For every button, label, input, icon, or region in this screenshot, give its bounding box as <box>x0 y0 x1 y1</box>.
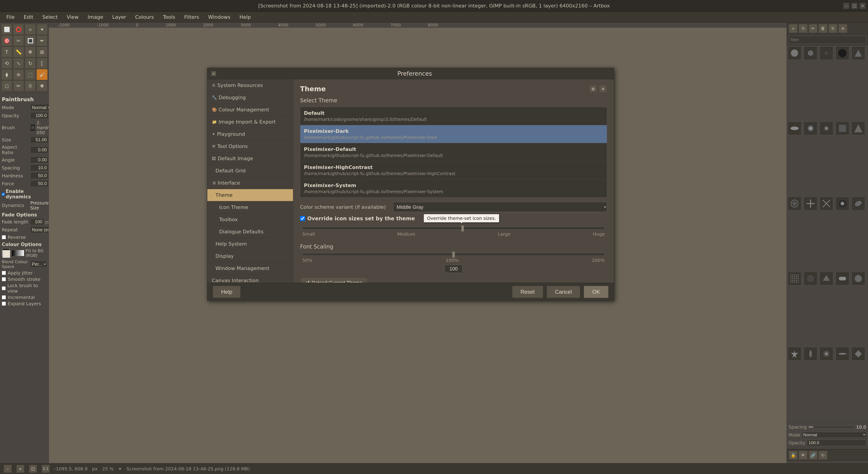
brushes-spacing-track[interactable] <box>809 426 855 428</box>
brushes-edit-btn[interactable]: ✏ <box>809 24 817 33</box>
tool-eraser[interactable]: ◻ <box>1 80 12 91</box>
brush-cell-12[interactable] <box>804 197 817 210</box>
brush-cell-1[interactable] <box>788 46 801 60</box>
menu-help[interactable]: Help <box>236 13 255 21</box>
force-input[interactable]: 50.0 <box>30 180 49 187</box>
brush-cell-13[interactable] <box>819 197 833 210</box>
spacing-input[interactable]: 10.0 <box>30 165 49 171</box>
tool-fuzzy-select[interactable]: ✦ <box>37 24 48 35</box>
brush-cell-3[interactable] <box>819 46 833 60</box>
menu-filters[interactable]: Filters <box>180 13 203 21</box>
minimize-btn[interactable]: – <box>843 3 849 9</box>
brushes-mode-select[interactable]: Normal <box>802 432 866 438</box>
menu-windows[interactable]: Windows <box>204 13 235 21</box>
tool-align[interactable]: ⊞ <box>37 46 48 57</box>
help-button[interactable]: Help <box>213 286 241 298</box>
nav-help-system[interactable]: Help System <box>207 238 293 250</box>
nav-debugging[interactable]: 🔧 Debugging <box>207 92 293 104</box>
brush-cell-21[interactable] <box>788 347 801 361</box>
tool-pencil[interactable]: ✏ <box>13 80 24 91</box>
nav-window-management[interactable]: Window Management <box>207 262 293 274</box>
status-actual-size-btn[interactable]: 1:1 <box>41 465 50 473</box>
tool-clone[interactable]: ⎘ <box>25 80 36 91</box>
color-scheme-select[interactable]: Middle Gray <box>393 202 607 212</box>
brush-cell-9[interactable] <box>836 122 849 135</box>
brushes-refresh-btn[interactable]: ↻ <box>829 24 837 33</box>
nav-toolbox[interactable]: Toolbox <box>207 213 293 226</box>
lock-brush-checkbox[interactable] <box>2 286 6 290</box>
apply-jitter-checkbox[interactable] <box>2 271 6 275</box>
nav-display[interactable]: Display <box>207 250 293 262</box>
brushes-filter-input[interactable] <box>788 36 866 44</box>
tool-transform[interactable]: ⟲ <box>1 58 12 69</box>
layers-visibility-btn[interactable]: 👁 <box>799 451 808 460</box>
brush-cell-17[interactable] <box>804 272 817 285</box>
cancel-button[interactable]: Cancel <box>547 286 580 298</box>
nav-icon-theme[interactable]: Icon Theme <box>207 201 293 213</box>
brush-cell-5[interactable] <box>851 46 865 60</box>
font-scale-track[interactable] <box>302 253 605 256</box>
gradient-swatch[interactable] <box>12 250 24 256</box>
tool-foreground-select[interactable]: 🔳 <box>25 35 36 46</box>
nav-system-resources[interactable]: ⚙ System Resources <box>207 79 293 92</box>
reverse-checkbox[interactable] <box>2 235 6 239</box>
tool-rotate[interactable]: ↻ <box>25 58 36 69</box>
tool-free-select[interactable]: ⟡ <box>25 24 36 35</box>
menu-view[interactable]: View <box>63 13 83 21</box>
blend-colour-space-select[interactable]: Per... <box>30 261 47 268</box>
close-btn[interactable]: × <box>860 3 866 9</box>
brush-cell-14[interactable] <box>836 197 849 210</box>
tool-move[interactable]: ✥ <box>25 46 36 57</box>
font-scale-value-input[interactable]: 100 <box>444 265 463 273</box>
fg-bg-swatch[interactable] <box>2 248 10 258</box>
nav-default-grid[interactable]: Default Grid <box>207 165 293 177</box>
tool-crop[interactable]: ⬚ <box>25 69 36 80</box>
brushes-opacity-input[interactable]: 100.0 <box>807 440 866 446</box>
brush-cell-16[interactable] <box>788 272 801 285</box>
theme-item-default[interactable]: Default /home/mark/code/gnome/share/gimp… <box>300 107 607 125</box>
brush-cell-7[interactable] <box>804 122 817 135</box>
brush-cell-8[interactable] <box>819 122 833 135</box>
angle-input[interactable]: 0.00 <box>30 157 49 163</box>
icon-slider-thumb[interactable]: Override theme-set icon sizes. <box>461 225 464 232</box>
layers-refresh-btn[interactable]: ↻ <box>818 451 828 460</box>
brush-cell-19[interactable] <box>836 272 849 285</box>
tool-shear[interactable]: ⟦ <box>37 58 48 69</box>
theme-item-pixelmixer-highcontrast[interactable]: Pixelmixer-HighContrast /home/mark/githu… <box>300 161 607 179</box>
menu-image[interactable]: Image <box>84 13 107 21</box>
icon-slider-track[interactable]: Override theme-set icon sizes. <box>302 227 605 230</box>
tool-perspective[interactable]: ⧫ <box>1 69 12 80</box>
incremental-checkbox[interactable] <box>2 295 6 299</box>
brush-cell-20[interactable] <box>851 272 865 285</box>
expand-layers-checkbox[interactable] <box>2 302 6 306</box>
nav-dialogue-defaults[interactable]: Dialogue Defaults <box>207 226 293 238</box>
tool-rect-select[interactable]: ⬜ <box>1 24 12 35</box>
brush-cell-22[interactable] <box>804 347 817 361</box>
nav-default-image[interactable]: 🖼 Default Image <box>207 153 293 165</box>
brushes-duplicate-btn[interactable]: ⎘ <box>799 24 808 33</box>
brush-cell-4[interactable] <box>836 46 849 60</box>
ok-button[interactable]: OK <box>584 286 609 298</box>
nav-interface[interactable]: 🖥 Interface <box>207 177 293 189</box>
nav-tool-options[interactable]: ⚒ Tool Options <box>207 140 293 153</box>
canvas-area[interactable]: -2000 -1000 0 1000 2000 3000 4000 5000 6… <box>49 23 786 474</box>
layers-chain-btn[interactable]: 🔗 <box>809 451 817 460</box>
brush-cell-11[interactable] <box>788 197 801 210</box>
brush-cell-15[interactable] <box>851 197 865 210</box>
status-zoom-out-btn[interactable]: – <box>4 465 12 473</box>
fade-length-input[interactable]: 100 <box>30 218 44 225</box>
nav-image-import-export[interactable]: 📁 Image Import & Export <box>207 116 293 128</box>
tool-select-by-color[interactable]: 🎯 <box>1 35 12 46</box>
nav-theme[interactable]: Theme <box>207 189 293 201</box>
brush-preview[interactable] <box>30 124 35 131</box>
pref-view-toggle-1[interactable]: ⊞ <box>589 85 597 93</box>
opacity-input[interactable]: 100.0 <box>30 112 49 119</box>
enable-dynamics-checkbox[interactable] <box>2 193 5 196</box>
theme-item-pixelmixer-system[interactable]: Pixelmixer-System /home/mark/github/scri… <box>300 179 607 197</box>
tool-text[interactable]: T <box>1 46 12 57</box>
brush-cell-24[interactable] <box>836 347 849 361</box>
nav-playground[interactable]: ✦ Playground <box>207 128 293 140</box>
tool-scale[interactable]: ⤡ <box>13 58 24 69</box>
tool-heal[interactable]: ✚ <box>37 80 48 91</box>
theme-item-pixelmixer-dark[interactable]: Pixelmixer-Dark /home/mark/github/script… <box>300 125 607 143</box>
